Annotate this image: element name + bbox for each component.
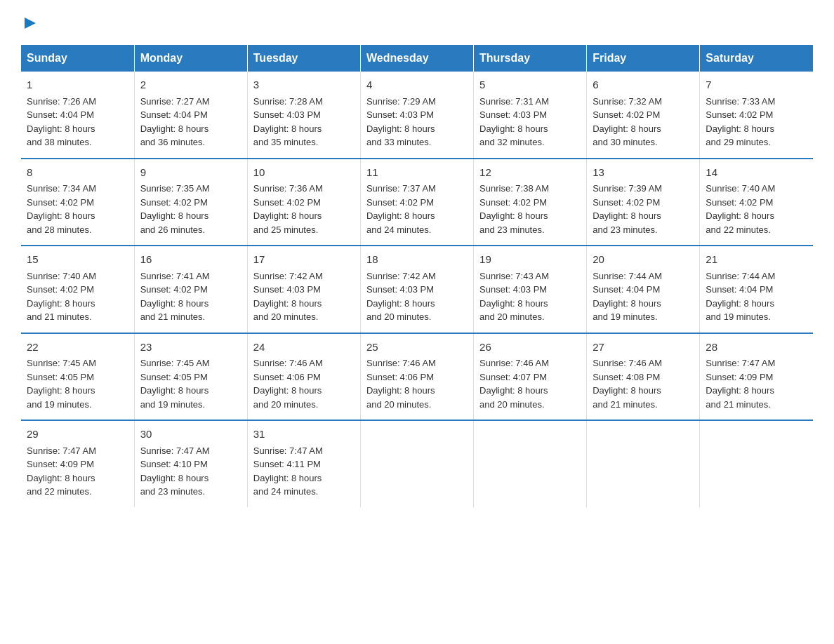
table-row: 30Sunrise: 7:47 AM Sunset: 4:10 PM Dayli… (134, 420, 247, 507)
logo (21, 14, 38, 31)
col-thursday: Thursday (474, 45, 587, 72)
day-info: Sunrise: 7:44 AM Sunset: 4:04 PM Dayligh… (593, 269, 694, 324)
day-number: 30 (140, 427, 241, 443)
col-saturday: Saturday (700, 45, 813, 72)
day-info: Sunrise: 7:47 AM Sunset: 4:09 PM Dayligh… (27, 444, 128, 499)
day-number: 10 (253, 165, 355, 181)
calendar-header-row: Sunday Monday Tuesday Wednesday Thursday… (21, 45, 813, 72)
day-number: 9 (140, 165, 241, 181)
day-number: 19 (479, 252, 581, 268)
day-number: 17 (253, 252, 355, 268)
day-info: Sunrise: 7:26 AM Sunset: 4:04 PM Dayligh… (27, 95, 128, 149)
day-number: 25 (366, 340, 468, 356)
table-row: 4Sunrise: 7:29 AM Sunset: 4:03 PM Daylig… (360, 72, 473, 159)
day-number: 3 (253, 77, 355, 93)
day-number: 15 (27, 252, 128, 268)
day-number: 14 (706, 165, 807, 181)
day-info: Sunrise: 7:28 AM Sunset: 4:03 PM Dayligh… (253, 95, 355, 149)
table-row: 8Sunrise: 7:34 AM Sunset: 4:02 PM Daylig… (21, 159, 134, 246)
day-number: 11 (366, 165, 468, 181)
table-row (700, 420, 813, 507)
table-row: 7Sunrise: 7:33 AM Sunset: 4:02 PM Daylig… (700, 72, 813, 159)
day-info: Sunrise: 7:43 AM Sunset: 4:03 PM Dayligh… (479, 269, 581, 324)
svg-marker-0 (25, 18, 36, 29)
logo-triangle-icon (22, 15, 38, 31)
day-number: 24 (253, 340, 355, 356)
day-info: Sunrise: 7:29 AM Sunset: 4:03 PM Dayligh… (366, 95, 468, 149)
col-sunday: Sunday (21, 45, 134, 72)
day-info: Sunrise: 7:44 AM Sunset: 4:04 PM Dayligh… (706, 269, 807, 324)
col-monday: Monday (134, 45, 247, 72)
table-row: 21Sunrise: 7:44 AM Sunset: 4:04 PM Dayli… (700, 246, 813, 333)
day-number: 28 (706, 340, 807, 356)
day-info: Sunrise: 7:32 AM Sunset: 4:02 PM Dayligh… (593, 95, 694, 149)
day-number: 27 (593, 340, 694, 356)
day-info: Sunrise: 7:33 AM Sunset: 4:02 PM Dayligh… (706, 95, 807, 149)
day-info: Sunrise: 7:40 AM Sunset: 4:02 PM Dayligh… (27, 269, 128, 324)
table-row: 13Sunrise: 7:39 AM Sunset: 4:02 PM Dayli… (587, 159, 700, 246)
day-number: 4 (366, 77, 468, 93)
day-info: Sunrise: 7:45 AM Sunset: 4:05 PM Dayligh… (27, 356, 128, 411)
day-number: 20 (593, 252, 694, 268)
day-info: Sunrise: 7:47 AM Sunset: 4:11 PM Dayligh… (253, 444, 355, 499)
table-row: 11Sunrise: 7:37 AM Sunset: 4:02 PM Dayli… (360, 159, 473, 246)
day-number: 21 (706, 252, 807, 268)
calendar-week-row: 29Sunrise: 7:47 AM Sunset: 4:09 PM Dayli… (21, 420, 813, 507)
table-row: 27Sunrise: 7:46 AM Sunset: 4:08 PM Dayli… (587, 333, 700, 421)
table-row: 20Sunrise: 7:44 AM Sunset: 4:04 PM Dayli… (587, 246, 700, 333)
table-row: 28Sunrise: 7:47 AM Sunset: 4:09 PM Dayli… (700, 333, 813, 421)
day-number: 13 (593, 165, 694, 181)
table-row: 22Sunrise: 7:45 AM Sunset: 4:05 PM Dayli… (21, 333, 134, 421)
day-info: Sunrise: 7:40 AM Sunset: 4:02 PM Dayligh… (706, 182, 807, 236)
table-row: 19Sunrise: 7:43 AM Sunset: 4:03 PM Dayli… (474, 246, 587, 333)
table-row: 15Sunrise: 7:40 AM Sunset: 4:02 PM Dayli… (21, 246, 134, 333)
table-row: 14Sunrise: 7:40 AM Sunset: 4:02 PM Dayli… (700, 159, 813, 246)
calendar-week-row: 22Sunrise: 7:45 AM Sunset: 4:05 PM Dayli… (21, 333, 813, 421)
day-number: 29 (27, 427, 128, 443)
col-tuesday: Tuesday (247, 45, 360, 72)
table-row: 2Sunrise: 7:27 AM Sunset: 4:04 PM Daylig… (134, 72, 247, 159)
day-number: 16 (140, 252, 241, 268)
day-info: Sunrise: 7:41 AM Sunset: 4:02 PM Dayligh… (140, 269, 241, 324)
table-row (360, 420, 473, 507)
table-row: 3Sunrise: 7:28 AM Sunset: 4:03 PM Daylig… (247, 72, 360, 159)
day-info: Sunrise: 7:47 AM Sunset: 4:10 PM Dayligh… (140, 444, 241, 499)
day-info: Sunrise: 7:47 AM Sunset: 4:09 PM Dayligh… (706, 356, 807, 411)
day-number: 18 (366, 252, 468, 268)
day-info: Sunrise: 7:45 AM Sunset: 4:05 PM Dayligh… (140, 356, 241, 411)
day-info: Sunrise: 7:27 AM Sunset: 4:04 PM Dayligh… (140, 95, 241, 149)
day-number: 23 (140, 340, 241, 356)
day-number: 8 (27, 165, 128, 181)
table-row: 17Sunrise: 7:42 AM Sunset: 4:03 PM Dayli… (247, 246, 360, 333)
table-row: 26Sunrise: 7:46 AM Sunset: 4:07 PM Dayli… (474, 333, 587, 421)
calendar-week-row: 1Sunrise: 7:26 AM Sunset: 4:04 PM Daylig… (21, 72, 813, 159)
day-info: Sunrise: 7:31 AM Sunset: 4:03 PM Dayligh… (479, 95, 581, 149)
table-row: 25Sunrise: 7:46 AM Sunset: 4:06 PM Dayli… (360, 333, 473, 421)
table-row: 16Sunrise: 7:41 AM Sunset: 4:02 PM Dayli… (134, 246, 247, 333)
day-info: Sunrise: 7:46 AM Sunset: 4:06 PM Dayligh… (366, 356, 468, 411)
day-info: Sunrise: 7:42 AM Sunset: 4:03 PM Dayligh… (366, 269, 468, 324)
day-number: 12 (479, 165, 581, 181)
day-info: Sunrise: 7:35 AM Sunset: 4:02 PM Dayligh… (140, 182, 241, 236)
day-info: Sunrise: 7:36 AM Sunset: 4:02 PM Dayligh… (253, 182, 355, 236)
day-info: Sunrise: 7:42 AM Sunset: 4:03 PM Dayligh… (253, 269, 355, 324)
day-number: 7 (706, 77, 807, 93)
day-number: 22 (27, 340, 128, 356)
table-row (474, 420, 587, 507)
table-row: 1Sunrise: 7:26 AM Sunset: 4:04 PM Daylig… (21, 72, 134, 159)
table-row: 24Sunrise: 7:46 AM Sunset: 4:06 PM Dayli… (247, 333, 360, 421)
calendar-week-row: 15Sunrise: 7:40 AM Sunset: 4:02 PM Dayli… (21, 246, 813, 333)
day-number: 26 (479, 340, 581, 356)
table-row: 18Sunrise: 7:42 AM Sunset: 4:03 PM Dayli… (360, 246, 473, 333)
day-info: Sunrise: 7:46 AM Sunset: 4:06 PM Dayligh… (253, 356, 355, 411)
col-friday: Friday (587, 45, 700, 72)
calendar-week-row: 8Sunrise: 7:34 AM Sunset: 4:02 PM Daylig… (21, 159, 813, 246)
table-row: 12Sunrise: 7:38 AM Sunset: 4:02 PM Dayli… (474, 159, 587, 246)
table-row: 5Sunrise: 7:31 AM Sunset: 4:03 PM Daylig… (474, 72, 587, 159)
day-number: 2 (140, 77, 241, 93)
table-row: 10Sunrise: 7:36 AM Sunset: 4:02 PM Dayli… (247, 159, 360, 246)
day-info: Sunrise: 7:37 AM Sunset: 4:02 PM Dayligh… (366, 182, 468, 236)
day-number: 1 (27, 77, 128, 93)
day-info: Sunrise: 7:46 AM Sunset: 4:08 PM Dayligh… (593, 356, 694, 411)
day-number: 31 (253, 427, 355, 443)
